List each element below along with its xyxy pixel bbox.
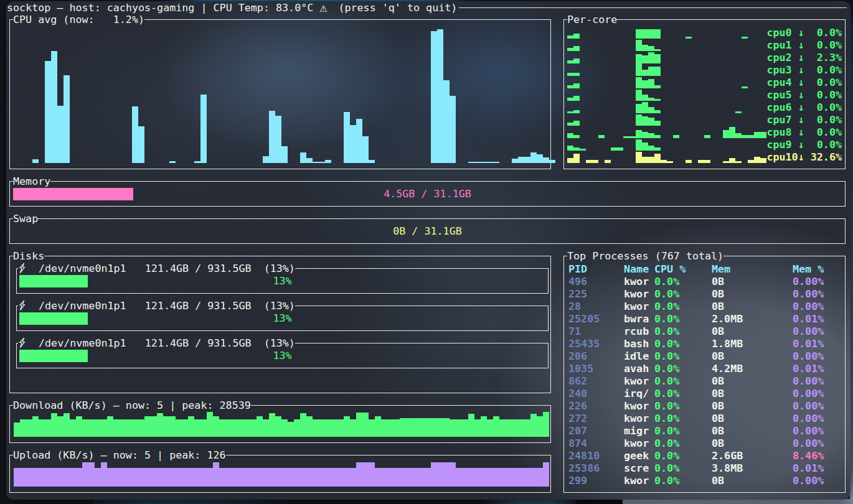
spark-bar: [748, 160, 754, 163]
spark-bar: [281, 146, 288, 163]
spark-bar: [425, 468, 431, 487]
spark-bar: [70, 419, 76, 437]
spark-bar: [406, 468, 412, 487]
title-rule: [459, 7, 847, 8]
core-label: cpu2 ↓ 2.3%: [766, 51, 842, 63]
swap-usage-label: 0B / 31.1GB: [13, 225, 842, 237]
spark-bar: [636, 54, 642, 63]
process-cell: 0.00%: [793, 424, 824, 437]
spark-bar: [474, 468, 481, 487]
spark-bar: [462, 468, 468, 487]
spark-bar: [157, 413, 163, 437]
panel-border: [295, 268, 549, 269]
panel-border: [845, 19, 846, 169]
spark-bar: [176, 419, 182, 437]
process-cell: 0.0%: [654, 337, 679, 350]
spark-bar: [107, 468, 113, 487]
process-cell: 0.00%: [793, 287, 824, 300]
process-cell: 0B: [712, 300, 724, 312]
process-cell: 0.0%: [654, 412, 679, 424]
spark-bar: [344, 416, 350, 437]
process-cell: 3.8MB: [712, 462, 743, 474]
spark-bar: [350, 468, 356, 487]
process-cell: 0.0%: [654, 312, 679, 325]
process-cell: 0.01%: [793, 312, 824, 325]
spark-bar: [200, 468, 207, 487]
spark-bar: [132, 106, 138, 163]
spark-bar: [207, 468, 213, 487]
process-cell: 24810: [568, 449, 600, 462]
core-history-chart: [567, 63, 768, 76]
process-cell: 0.00%: [793, 437, 824, 449]
spark-bar: [636, 104, 642, 113]
app-title-line: socktop — host: cachyos-gaming | CPU Tem…: [7, 1, 847, 14]
spark-bar: [269, 111, 275, 163]
spark-bar: [567, 146, 573, 151]
spark-bar: [381, 419, 387, 437]
process-column-header: PID: [568, 263, 587, 275]
process-cell: 0B: [712, 275, 724, 287]
spark-bar: [319, 419, 325, 437]
spark-bar: [188, 468, 194, 487]
spark-bar: [20, 468, 26, 487]
process-cell: 0B: [712, 375, 724, 387]
spark-bar: [213, 462, 219, 487]
process-cell: avah: [624, 362, 649, 375]
panel-border: [563, 169, 846, 169]
spark-bar: [493, 416, 499, 437]
upload-history-chart: [14, 462, 549, 487]
spark-bar: [760, 132, 766, 138]
spark-bar: [182, 419, 188, 437]
spark-bar: [275, 468, 281, 487]
spark-bar: [387, 419, 394, 437]
spark-bar: [300, 152, 306, 163]
spark-bar: [456, 419, 462, 437]
spark-bar: [362, 136, 369, 163]
spark-bar: [642, 29, 648, 39]
spark-bar: [636, 63, 642, 76]
panel-border: [44, 256, 551, 256]
panel-border: [550, 405, 551, 443]
spark-bar: [487, 419, 493, 437]
core-history-chart: [567, 39, 768, 51]
bolt-icon: [18, 337, 26, 348]
app-title: socktop — host: cachyos-gaming | CPU Tem…: [7, 1, 319, 14]
panel-border: [550, 455, 551, 493]
spark-bar: [337, 419, 344, 437]
panel-border: [550, 256, 551, 393]
spark-bar: [219, 468, 225, 487]
spark-bar: [642, 45, 648, 51]
spark-bar: [406, 418, 412, 437]
spark-bar: [32, 416, 39, 437]
spark-bar: [573, 121, 580, 126]
process-cell: 0.0%: [654, 287, 679, 300]
spark-bar: [194, 468, 200, 487]
spark-bar: [20, 419, 26, 437]
spark-bar: [120, 468, 126, 487]
panel-border: [9, 442, 551, 443]
core-history-chart: [567, 26, 768, 39]
spark-bar: [723, 161, 729, 163]
spark-bar: [387, 468, 394, 487]
spark-bar: [57, 106, 64, 163]
process-cell: 0.01%: [793, 337, 824, 350]
spark-bar: [648, 146, 654, 151]
panel-border: [550, 19, 551, 169]
spark-bar: [667, 161, 673, 163]
spark-bar: [325, 419, 331, 437]
spark-bar: [51, 51, 57, 163]
spark-bar: [288, 468, 294, 487]
spark-bar: [39, 468, 45, 487]
spark-bar: [636, 90, 642, 101]
spark-bar: [642, 102, 648, 113]
panel-border: [563, 256, 564, 493]
spark-bar: [200, 95, 207, 163]
spark-bar: [300, 413, 306, 437]
download-panel: Download (KB/s) — now: 5 | peak: 28539: [9, 405, 551, 443]
panel-border: [845, 181, 846, 207]
memory-usage-label: 4.5GB / 31.1GB: [13, 187, 842, 200]
spark-bar: [573, 96, 580, 101]
spark-bar: [654, 29, 661, 39]
process-cell: 226: [568, 399, 587, 412]
spark-bar: [39, 419, 45, 437]
